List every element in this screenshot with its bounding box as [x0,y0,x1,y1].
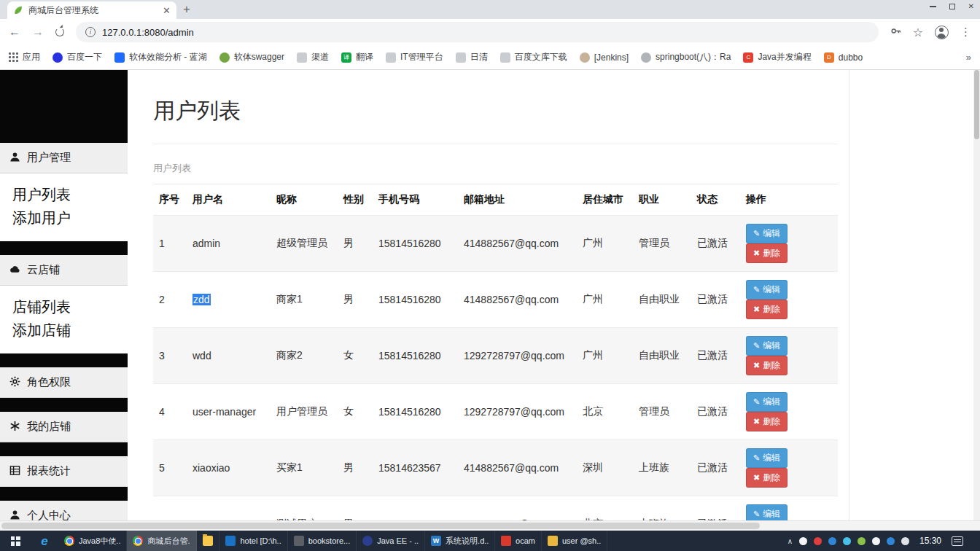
tray-icon[interactable] [872,537,880,545]
bookmark-item[interactable]: 日清 [456,51,488,63]
tray-icon[interactable] [858,537,866,545]
user-table: 序号 用户名 昵称 性别 手机号码 邮箱地址 居住城市 职业 状态 操作 1ad… [153,184,838,520]
delete-button[interactable]: ✖删除 [746,243,788,263]
minimize-icon[interactable] [930,6,936,7]
cell-email: 2118119173@qq.com [458,496,577,521]
sidebar-item-roles[interactable]: 角色权限 [0,367,128,398]
cell-gender: 女 [338,328,373,384]
bookmark-item[interactable]: springboot(八)：Ra [641,51,731,63]
horizontal-scrollbar-thumb[interactable] [1,523,760,529]
profile-avatar-icon[interactable] [935,26,949,39]
taskbar-button[interactable]: Java EE - .. [357,531,425,551]
address-bar[interactable]: 127.0.0.1:8080/admin [76,22,879,42]
cell-phone: 15814516280 [373,272,458,328]
forward-icon[interactable]: → [32,26,44,38]
bookmark-favicon [500,52,510,63]
taskbar-button[interactable]: hotel [D:\h.. [219,531,287,551]
cell-username: xiaoxiao [187,440,271,496]
cell-job: 自由职业 [633,272,691,328]
tray-icon[interactable] [843,537,851,545]
delete-button-icon: ✖ [753,249,760,257]
tray-icon[interactable] [799,537,807,545]
taskbar-button[interactable] [197,531,219,551]
sidebar-item-users[interactable]: 用户管理 [0,143,128,173]
edit-button-label: 编辑 [763,284,780,296]
bookmark-label: 软体swagger [234,51,284,63]
delete-button[interactable]: ✖删除 [746,412,788,431]
bookmark-item[interactable]: 软体swagger [219,51,284,63]
bookmark-item[interactable]: 软体效能分析 - 蓝湖 [114,51,207,63]
bookmark-item[interactable]: IT管理平台 [386,51,443,63]
tray-icon[interactable] [814,537,822,545]
back-icon[interactable]: ← [9,26,20,38]
maximize-icon[interactable] [949,4,955,9]
edge-button[interactable] [31,531,58,551]
tray-icon[interactable] [901,537,909,545]
bookmark-item[interactable]: [Jenkins] [580,52,629,63]
sidebar-item-reports[interactable]: 报表统计 [0,456,128,487]
bookmark-item[interactable]: Ddubbo [824,52,863,63]
cell-actions: ✎编辑✖删除 [740,328,838,384]
bookmark-item[interactable]: 百度文库下载 [500,51,567,63]
bookmark-item[interactable]: 应用 [9,51,40,63]
taskbar-button[interactable]: ocam [495,531,542,551]
edit-button[interactable]: ✎编辑 [746,504,788,520]
vertical-scrollbar-thumb[interactable] [974,70,979,139]
taskbar-button[interactable]: W系统说明.d.. [425,531,495,551]
cell-nickname: 测试用户 [271,496,338,521]
edit-button[interactable]: ✎编辑 [746,224,788,243]
delete-button-icon: ✖ [753,305,760,313]
browser-tab[interactable]: 商城后台管理系统 ✕ [7,1,176,19]
password-key-icon[interactable] [890,26,901,39]
taskbar-clock[interactable]: 15:30 [916,536,945,546]
sidebar-subitem[interactable]: 店铺列表 [12,295,115,319]
sidebar-item-my-shop[interactable]: 我的店铺 [0,412,128,442]
cell-status: 已激活 [691,496,740,521]
browser-menu-icon[interactable]: ⋮ [960,26,971,39]
sidebar-subitem[interactable]: 添加用户 [12,206,115,230]
sidebar-item-cloud-shop[interactable]: 云店铺 [0,255,128,286]
tray-icon[interactable] [887,537,895,545]
start-button[interactable] [0,531,31,551]
taskbar-button[interactable]: 商城后台管... [127,531,197,551]
bookmark-star-icon[interactable]: ☆ [913,26,923,39]
bookmark-item[interactable]: CJava并发编程 [743,51,811,63]
sidebar-submenu-cloud-shop: 店铺列表添加店铺 [0,286,128,353]
edit-button-label: 编辑 [763,227,780,240]
bookmark-item[interactable]: 译翻译 [341,51,373,63]
close-icon[interactable]: ✕ [968,3,974,10]
sidebar-subitem[interactable]: 添加店铺 [12,319,115,342]
sidebar-item-profile[interactable]: 个人中心 [0,501,128,520]
page-viewport: 用户管理用户列表添加用户云店铺店铺列表添加店铺角色权限我的店铺报表统计个人中心 … [0,70,980,520]
cell-job: 管理员 [633,384,691,440]
cell-gender: 男 [338,440,373,496]
action-center-icon[interactable] [952,536,963,546]
taskbar-button[interactable]: Java8中使.. [58,531,127,551]
delete-button[interactable]: ✖删除 [746,356,788,375]
edit-button[interactable]: ✎编辑 [746,392,788,412]
refresh-icon[interactable] [55,28,64,36]
tray-expand-icon[interactable]: ∧ [788,537,793,545]
edit-button[interactable]: ✎编辑 [746,448,788,468]
tab-close-icon[interactable]: ✕ [163,6,171,15]
edit-button[interactable]: ✎编辑 [746,336,788,356]
edit-button[interactable]: ✎编辑 [746,280,788,300]
taskbar-button[interactable]: user @sh.. [542,531,607,551]
tray-icon[interactable] [828,537,836,545]
delete-button[interactable]: ✖删除 [746,300,788,319]
vertical-scrollbar[interactable] [973,70,980,520]
cell-job: 上班族 [633,440,691,496]
taskbar-button[interactable]: bookstore... [288,531,357,551]
new-tab-button[interactable]: + [176,1,197,19]
bookmark-item[interactable]: 渠道 [297,51,329,63]
bookmarks-overflow-icon[interactable]: » [966,52,971,63]
taskbar-button-label: ocam [516,536,535,545]
bookmark-item[interactable]: 百度一下 [52,51,102,63]
folder-icon [203,536,213,546]
delete-button-label: 删除 [763,415,780,428]
delete-button[interactable]: ✖删除 [746,468,788,488]
page-info-icon[interactable] [85,27,96,37]
right-gutter [849,70,980,520]
horizontal-scrollbar[interactable] [0,520,980,531]
sidebar-subitem[interactable]: 用户列表 [12,183,115,206]
